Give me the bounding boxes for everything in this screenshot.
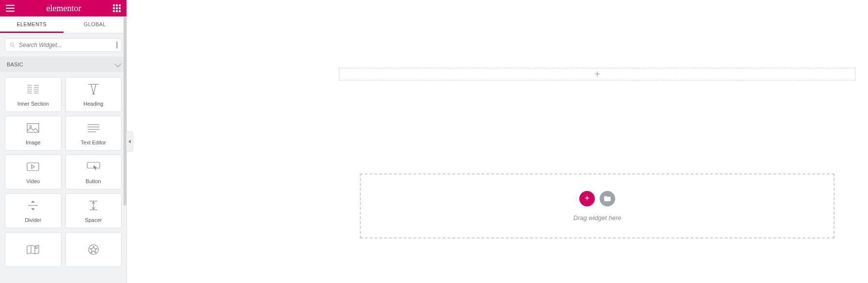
dropzone-label: Drag widget here [574,214,621,221]
widget-video[interactable]: Video [5,155,62,189]
widget-image[interactable]: Image [5,116,62,151]
dropzone-buttons: + [579,191,615,206]
widget-spacer-label: Spacer [85,217,102,223]
divider-icon [27,199,39,212]
section-add-placeholder[interactable]: + [339,68,855,80]
hamburger-menu-icon[interactable] [6,5,15,12]
tab-global[interactable]: GLOBAL [63,16,127,33]
map-icon [27,243,39,256]
logo: elementor [15,3,113,14]
widget-button-label: Button [86,178,101,184]
chevron-left-icon [128,140,131,143]
search-box[interactable] [5,38,122,52]
chevron-down-icon [114,61,121,67]
star-icon [88,243,99,256]
plus-icon: + [585,193,590,204]
category-basic-label: BASIC [7,62,23,67]
search-icon [9,42,16,48]
dropzone[interactable]: + Drag widget here [360,173,835,238]
search-wrap [0,33,126,57]
inner-section-icon [26,82,40,96]
widget-text-editor[interactable]: Text Editor [65,116,122,151]
text-editor-icon [87,121,100,135]
sidebar-tabs: ELEMENTS GLOBAL [0,16,126,33]
heading-icon [87,82,100,96]
add-section-button[interactable]: + [579,191,595,206]
widget-google-maps[interactable] [5,232,62,267]
widget-divider-label: Divider [25,217,41,223]
widget-divider[interactable]: Divider [5,193,62,228]
svg-point-13 [30,126,31,127]
svg-rect-18 [27,163,39,171]
app-root: elementor ELEMENTS GLOBAL BASIC [0,0,868,283]
search-input[interactable] [19,42,115,48]
button-icon [87,160,100,173]
image-icon [27,121,39,135]
widget-inner-section[interactable]: Inner Section [5,77,62,112]
video-icon [27,160,39,173]
sidebar-scrollbar[interactable] [124,16,126,205]
widget-heading[interactable]: Heading [65,77,122,112]
svg-point-26 [35,247,37,249]
svg-rect-12 [27,124,39,132]
widget-image-label: Image [26,140,41,145]
widget-icon[interactable] [65,232,122,267]
plus-icon: + [594,69,600,80]
widget-video-label: Video [26,178,40,184]
text-cursor-icon [117,42,117,48]
widget-spacer[interactable]: Spacer [65,193,122,228]
spacer-icon [88,199,99,212]
add-template-button[interactable] [600,191,615,206]
canvas: + + Drag widget here [127,0,868,283]
sidebar-collapse-handle[interactable] [126,131,133,152]
category-basic[interactable]: BASIC [0,57,126,72]
folder-icon [604,195,611,203]
widget-button[interactable]: Button [65,155,122,189]
widget-inner-section-label: Inner Section [17,101,49,107]
widgets-grid: Inner Section Heading [0,72,126,272]
sidebar: elementor ELEMENTS GLOBAL BASIC [0,0,127,283]
topbar: elementor [0,0,126,16]
widget-heading-label: Heading [83,101,103,107]
apps-grid-icon[interactable] [113,4,121,12]
widget-text-editor-label: Text Editor [81,140,106,145]
tab-elements[interactable]: ELEMENTS [0,16,63,33]
